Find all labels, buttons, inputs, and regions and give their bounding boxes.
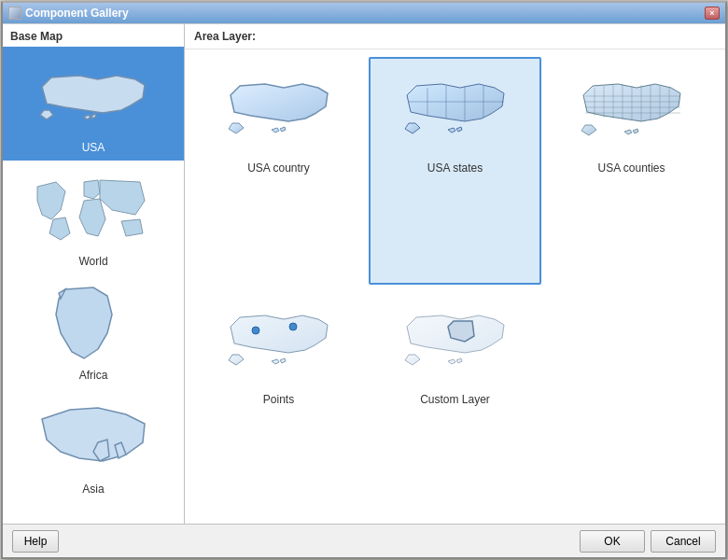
content-area: Base Map USA (3, 23, 725, 524)
gallery-item-usa-counties[interactable]: USA counties (545, 57, 718, 285)
window-title: Component Gallery (25, 7, 129, 20)
window-icon (8, 7, 21, 20)
main-header: Area Layer: (185, 24, 725, 49)
africa-thumbnail (33, 282, 154, 366)
sidebar-scroll[interactable]: USA (3, 47, 184, 524)
ok-button[interactable]: OK (580, 530, 645, 553)
gallery-item-points[interactable]: Points (192, 288, 365, 516)
help-button[interactable]: Help (12, 530, 59, 553)
title-bar-left: Component Gallery (8, 7, 129, 20)
asia-thumbnail (33, 396, 154, 480)
sidebar-item-africa-label: Africa (79, 366, 108, 385)
custom-layer-thumb (399, 296, 511, 389)
bottom-bar-right: OK Cancel (580, 530, 716, 553)
usa-country-thumb (223, 64, 335, 158)
sidebar-item-world[interactable]: World (3, 161, 184, 274)
sidebar-header: Base Map (3, 24, 184, 47)
gallery-item-usa-states[interactable]: USA states (369, 57, 541, 285)
points-thumb (223, 296, 335, 389)
svg-point-19 (289, 323, 297, 330)
world-thumbnail (33, 168, 154, 252)
points-label: Points (263, 393, 294, 406)
svg-point-18 (252, 327, 259, 334)
gallery-item-usa-country[interactable]: USA country (192, 57, 365, 285)
cancel-button[interactable]: Cancel (651, 530, 716, 553)
usa-thumbnail (33, 54, 154, 138)
main-area: Area Layer: (185, 24, 725, 524)
usa-states-thumb (399, 64, 511, 158)
usa-counties-label: USA counties (597, 161, 665, 175)
sidebar: Base Map USA (3, 24, 185, 524)
sidebar-item-asia-label: Asia (82, 480, 104, 498)
sidebar-item-usa[interactable]: USA (3, 47, 184, 161)
sidebar-item-world-label: World (78, 252, 107, 271)
usa-states-label: USA states (427, 161, 483, 175)
component-gallery-window: Component Gallery × Base Map (1, 1, 727, 559)
gallery-item-custom-layer[interactable]: Custom Layer (369, 288, 541, 516)
usa-country-label: USA country (247, 161, 310, 175)
usa-counties-thumb (576, 64, 688, 158)
gallery-grid: USA country (185, 49, 725, 524)
close-button[interactable]: × (705, 7, 720, 20)
bottom-bar: Help OK Cancel (3, 524, 725, 557)
sidebar-item-asia[interactable]: Asia (3, 388, 184, 502)
sidebar-item-usa-label: USA (7, 138, 180, 157)
custom-layer-label: Custom Layer (420, 393, 490, 406)
sidebar-item-africa[interactable]: Africa (3, 274, 184, 388)
title-bar: Component Gallery × (3, 3, 725, 23)
